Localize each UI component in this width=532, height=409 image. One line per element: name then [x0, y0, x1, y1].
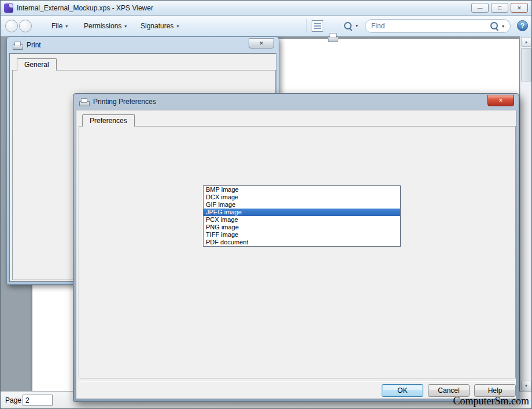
help-icon: ?: [520, 22, 524, 30]
site-watermark: ComputerSm.com: [453, 395, 530, 407]
list-item-selected[interactable]: JPEG image: [204, 209, 400, 216]
menu-file[interactable]: File ▾: [49, 21, 70, 31]
list-item[interactable]: PNG image: [204, 224, 400, 231]
printing-preferences-dialog: Printing Preferences ✕ Preferences ✎ Pag…: [73, 93, 519, 402]
printer-icon: [79, 98, 89, 106]
vertical-scrollbar[interactable]: ▲ ▼: [520, 36, 532, 391]
close-icon: ✕: [517, 5, 522, 11]
menu-file-label: File: [51, 22, 62, 30]
minimize-button[interactable]: —: [471, 3, 489, 13]
xps-viewer-window: Internal_External_Mockup.xps - XPS Viewe…: [0, 0, 532, 409]
menu-signatures-label: Signatures: [141, 22, 173, 30]
toolbar-separator: [306, 19, 306, 33]
find-input[interactable]: [371, 22, 487, 30]
scroll-down-icon: ▼: [524, 384, 529, 388]
tab-general[interactable]: General: [17, 58, 57, 70]
scrollbar-thumb[interactable]: [521, 48, 531, 81]
close-icon: ✕: [259, 40, 264, 46]
magnifier-icon: [344, 22, 352, 30]
find-options-arrow-icon[interactable]: ▾: [502, 24, 504, 29]
list-item[interactable]: BMP image: [204, 186, 400, 194]
chevron-down-icon: ▾: [356, 23, 358, 28]
prefs-dialog-content: Preferences ✎ Page Setup File Format ≡ A…: [76, 110, 516, 399]
printer-icon: [13, 41, 23, 49]
chevron-down-icon: ▾: [124, 24, 127, 29]
list-item[interactable]: DCX image: [204, 194, 400, 201]
find-box: ▾: [365, 19, 511, 33]
thumbnails-icon[interactable]: [312, 20, 323, 32]
print-icon[interactable]: [327, 32, 338, 43]
xps-app-icon: [4, 3, 13, 13]
maximize-icon: □: [498, 5, 501, 11]
list-item[interactable]: PDF document: [204, 239, 400, 246]
page-number-input[interactable]: [23, 395, 53, 406]
nav-forward-button[interactable]: [19, 20, 32, 32]
format-dropdown-list: BMP image DCX image GIF image JPEG image…: [203, 185, 401, 247]
menu-signatures[interactable]: Signatures ▾: [138, 21, 181, 31]
ok-button[interactable]: OK: [382, 384, 423, 397]
chevron-down-icon: ▾: [65, 24, 68, 29]
prefs-tabpage: [79, 126, 516, 378]
window-controls: — □ ✕: [471, 3, 528, 13]
page-label: Page: [5, 396, 21, 404]
close-button[interactable]: ✕: [511, 3, 528, 13]
scroll-down-button[interactable]: ▼: [521, 381, 531, 391]
menu-permissions-label: Permissions: [84, 22, 121, 30]
scroll-up-icon: ▲: [524, 40, 529, 44]
list-item[interactable]: TIFF image: [204, 231, 400, 239]
prefs-close-button[interactable]: ✕: [487, 95, 514, 106]
list-item[interactable]: PCX image: [204, 216, 400, 224]
zoom-dropdown[interactable]: ▾: [353, 22, 360, 29]
menu-permissions[interactable]: Permissions ▾: [82, 21, 129, 31]
scroll-up-button[interactable]: ▲: [521, 37, 531, 47]
close-icon: ✕: [498, 98, 503, 103]
nav-back-button[interactable]: [5, 20, 18, 32]
window-title: Internal_External_Mockup.xps - XPS Viewe…: [17, 4, 153, 12]
chevron-down-icon: ▾: [176, 24, 179, 29]
button-separator: [81, 381, 516, 381]
list-item[interactable]: GIF image: [204, 201, 400, 209]
print-close-button[interactable]: ✕: [249, 38, 274, 49]
search-icon[interactable]: [490, 22, 498, 30]
minimize-icon: —: [478, 5, 483, 11]
maximize-button[interactable]: □: [491, 3, 508, 13]
help-button[interactable]: ?: [517, 20, 528, 31]
tab-preferences[interactable]: Preferences: [82, 114, 135, 127]
print-dialog-title: Print: [27, 41, 41, 49]
prefs-dialog-titlebar: Printing Preferences: [73, 94, 519, 110]
print-dialog-titlebar: Print: [7, 37, 279, 53]
prefs-dialog-title: Printing Preferences: [93, 98, 156, 106]
toolbar: File ▾ Permissions ▾ Signatures ▾ ▾ ▾ ?: [1, 16, 531, 36]
titlebar: Internal_External_Mockup.xps - XPS Viewe…: [1, 1, 531, 16]
